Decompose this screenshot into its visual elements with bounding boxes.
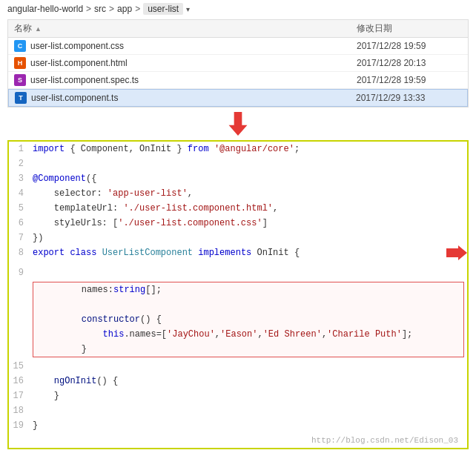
file-name-3: S user-list.component.spec.ts	[8, 74, 357, 86]
line-num-4: 4	[9, 186, 30, 201]
file-label-2: user-list.component.html	[30, 58, 128, 68]
ts-icon: T	[15, 92, 27, 104]
file-name-1: C user-list.component.css	[8, 40, 357, 52]
file-name-4: T user-list.component.ts	[9, 92, 356, 104]
code-line-11: 11	[33, 297, 463, 312]
code-line-18: 18	[9, 403, 467, 418]
file-row-1[interactable]: C user-list.component.css 2017/12/28 19:…	[8, 38, 468, 55]
breadcrumb-sep-0: >	[86, 4, 91, 14]
breadcrumb-sep-2: >	[135, 4, 140, 14]
line-num-19: 19	[9, 418, 30, 433]
code-line-12: 12 constructor() {	[33, 312, 463, 327]
code-line-2: 2	[9, 156, 467, 171]
svg-marker-1	[446, 245, 467, 260]
file-list: 名称 ▲ 修改日期 C user-list.component.css 2017…	[7, 19, 469, 108]
line-content-5: templateUrl: './user-list.component.html…	[30, 201, 467, 216]
line-content-13: this.names=['JayChou','Eason','Ed Shreen…	[57, 327, 463, 342]
watermark: http://blog.csdn.net/Edison_03	[9, 433, 467, 448]
file-date-2: 2017/12/28 20:13	[357, 58, 468, 68]
breadcrumb-item-1[interactable]: src	[94, 4, 106, 14]
code-line-19: 19}	[9, 418, 467, 433]
line-content-19: }	[30, 418, 467, 433]
svg-marker-0	[229, 112, 248, 136]
line8-arrow-icon	[446, 245, 467, 265]
section-arrow	[0, 108, 476, 140]
file-list-header: 名称 ▲ 修改日期	[8, 20, 468, 38]
code-editor: 1import { Component, OnInit } from '@ang…	[7, 140, 469, 449]
code-line-1: 1import { Component, OnInit } from '@ang…	[9, 142, 467, 156]
breadcrumb: angular-hello-world > src > app > user-l…	[7, 0, 469, 19]
line-content-12: constructor() {	[57, 312, 463, 327]
code-line-3: 3@Component({	[9, 171, 467, 186]
col-date-header: 修改日期	[357, 22, 468, 35]
line-content-8: export class UserListComponent implement…	[30, 245, 440, 260]
code-line-9: 9	[9, 265, 467, 280]
breadcrumb-caret-icon: ▾	[186, 5, 190, 13]
line-content-6: styleUrls: ['./user-list.component.css']	[30, 216, 467, 231]
css-icon: C	[14, 40, 26, 52]
line-num-2: 2	[9, 156, 30, 171]
line-num-15: 15	[9, 359, 30, 374]
code-line-16: 16 ngOnInit() {	[9, 374, 467, 388]
code-line-4: 4 selector: 'app-user-list',	[9, 186, 467, 201]
file-row-3[interactable]: S user-list.component.spec.ts 2017/12/28…	[8, 72, 468, 89]
breadcrumb-item-3[interactable]: user-list	[143, 3, 183, 15]
line-num-8: 8	[9, 245, 30, 260]
code-line-8: 8export class UserListComponent implemen…	[9, 245, 467, 265]
breadcrumb-sep-1: >	[109, 4, 114, 14]
name-header-label: 名称	[14, 22, 32, 35]
line-num-7: 7	[9, 231, 30, 245]
line-content-17: }	[30, 388, 467, 403]
line-num-5: 5	[9, 201, 30, 216]
code-line-13: 13 this.names=['JayChou','Eason','Ed Shr…	[33, 327, 463, 342]
line-content-1: import { Component, OnInit } from '@angu…	[30, 142, 467, 156]
line-content-7: })	[30, 231, 467, 245]
file-date-1: 2017/12/28 19:59	[357, 41, 468, 51]
line-num-9: 9	[9, 265, 30, 280]
code-line-15: 15	[9, 359, 467, 374]
file-row-2[interactable]: H user-list.component.html 2017/12/28 20…	[8, 55, 468, 72]
code-line-6: 6 styleUrls: ['./user-list.component.css…	[9, 216, 467, 231]
code-line-7: 7})	[9, 231, 467, 245]
line-num-6: 6	[9, 216, 30, 231]
file-date-4: 2017/12/29 13:33	[356, 93, 467, 103]
code-line-10: 10 names:string[];	[33, 282, 463, 297]
line-num-17: 17	[9, 388, 30, 403]
spec-icon: S	[14, 74, 26, 86]
line-num-3: 3	[9, 171, 30, 186]
code-line-14: 14 }	[33, 342, 463, 357]
code-line-5: 5 templateUrl: './user-list.component.ht…	[9, 201, 467, 216]
line-content-16: ngOnInit() {	[30, 374, 467, 388]
line-content-3: @Component({	[30, 171, 467, 186]
file-label-4: user-list.component.ts	[31, 93, 118, 103]
col-name-header: 名称 ▲	[8, 22, 357, 35]
line-content-14: }	[57, 342, 463, 357]
file-date-3: 2017/12/28 19:59	[357, 75, 468, 85]
html-icon: H	[14, 57, 26, 69]
file-label-3: user-list.component.spec.ts	[30, 75, 139, 85]
code-lines: 1import { Component, OnInit } from '@ang…	[9, 142, 467, 433]
line-content-10: names:string[];	[57, 282, 463, 297]
file-row-4[interactable]: T user-list.component.ts 2017/12/29 13:3…	[8, 89, 468, 107]
sort-caret-icon: ▲	[35, 25, 42, 33]
line-content-4: selector: 'app-user-list',	[30, 186, 467, 201]
line-num-16: 16	[9, 374, 30, 388]
line-num-1: 1	[9, 142, 30, 156]
code-highlight-box: 10 names:string[];1112 constructor() {13…	[33, 282, 464, 357]
file-rows: C user-list.component.css 2017/12/28 19:…	[8, 38, 468, 107]
file-name-2: H user-list.component.html	[8, 57, 357, 69]
file-label-1: user-list.component.css	[30, 41, 124, 51]
line-num-18: 18	[9, 403, 30, 418]
code-line-17: 17 }	[9, 388, 467, 403]
breadcrumb-item-2[interactable]: app	[117, 4, 132, 14]
breadcrumb-item-0[interactable]: angular-hello-world	[7, 4, 83, 14]
